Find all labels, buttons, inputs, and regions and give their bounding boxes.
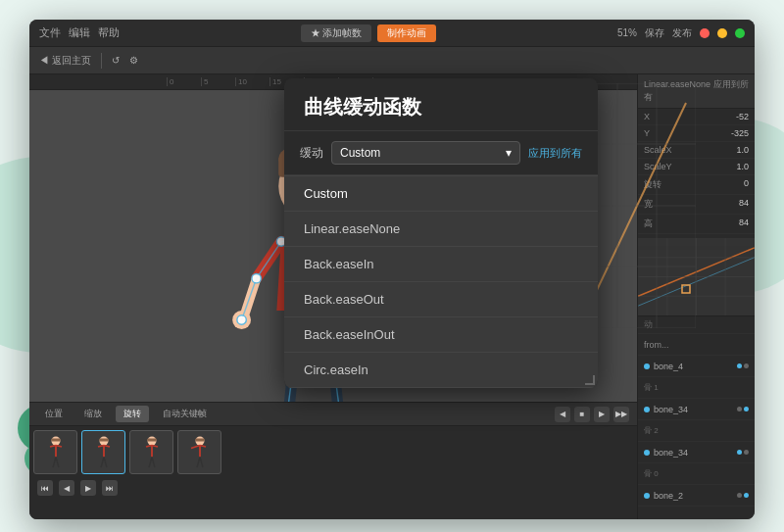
window-max[interactable] xyxy=(735,28,745,38)
thumbnail-4[interactable] xyxy=(177,430,221,474)
add-frame-button[interactable]: ★ 添加帧数 xyxy=(301,24,372,42)
prop-x-label: X xyxy=(644,112,650,121)
prop-y: Y -325 xyxy=(638,125,755,142)
svg-line-24 xyxy=(257,242,281,279)
ctrl-play[interactable]: ▶ xyxy=(594,407,610,422)
svg-line-50 xyxy=(53,457,56,467)
title-bar-right: 51% 保存 发布 xyxy=(617,26,745,40)
bone-2-dot xyxy=(644,493,650,499)
easing-dialog-title: 曲线缓动函数 xyxy=(284,78,598,131)
mini-graph xyxy=(638,238,755,315)
easing-option-linear[interactable]: Linear.easeNone xyxy=(284,212,598,247)
timeline-controls: ◀ ■ ▶ ▶▶ xyxy=(555,407,629,422)
prop-scalex-value[interactable]: 1.0 xyxy=(736,145,749,155)
easing-option-backeaseout[interactable]: Back.easeOut xyxy=(284,282,598,317)
prop-scaley-label: ScaleY xyxy=(644,162,672,171)
bone-34b-dots xyxy=(737,450,749,455)
bottom-timeline: 位置 缩放 旋转 自动关键帧 ◀ ■ ▶ ▶▶ xyxy=(29,402,637,519)
timeline-toolbar: 位置 缩放 旋转 自动关键帧 ◀ ■ ▶ ▶▶ xyxy=(29,403,637,426)
easing-option-circeasein[interactable]: Circ.easeIn xyxy=(284,353,598,388)
bone-34b-dot xyxy=(644,450,650,456)
bone-2-dots xyxy=(737,493,749,498)
easing-option-backeasein[interactable]: Back.easeIn xyxy=(284,247,598,282)
tab-position[interactable]: 位置 xyxy=(37,406,71,422)
track-bone-4[interactable]: bone_4 xyxy=(638,356,755,377)
prop-scalex-label: ScaleX xyxy=(644,145,672,155)
settings-icon[interactable]: ⚙ xyxy=(129,55,138,66)
ctrl-next[interactable]: ▶▶ xyxy=(613,407,629,422)
prop-height-value[interactable]: 84 xyxy=(739,218,749,230)
properties-header: Linear.easeNone 应用到所有 xyxy=(638,74,755,109)
bottom-ctrl-4[interactable]: ⏭ xyxy=(102,480,118,496)
prop-rotation-value[interactable]: 0 xyxy=(744,178,749,191)
bone-34b-label: bone_34 xyxy=(654,448,688,458)
right-panel: Linear.easeNone 应用到所有 X -52 Y -325 Scale… xyxy=(637,74,755,519)
bottom-ctrl-3[interactable]: ▶ xyxy=(80,480,96,496)
zoom-level: 51% xyxy=(617,27,637,38)
bottom-ctrl-1[interactable]: ⏮ xyxy=(37,480,53,496)
window-min[interactable] xyxy=(717,28,727,38)
prop-width-label: 宽 xyxy=(644,198,653,211)
thumbnail-3[interactable] xyxy=(129,430,173,474)
svg-line-49 xyxy=(56,445,62,447)
toolbar: ◀ 返回主页 ↺ ⚙ xyxy=(29,47,755,74)
ctrl-stop[interactable]: ■ xyxy=(574,407,590,422)
svg-line-65 xyxy=(152,457,155,467)
toolbar-divider xyxy=(101,53,102,69)
bottom-ctrl-2[interactable]: ◀ xyxy=(59,480,74,496)
title-bar: 文件 编辑 帮助 ★ 添加帧数 制作动画 51% 保存 发布 xyxy=(29,20,755,47)
prop-rotation: 旋转 0 xyxy=(638,175,755,195)
bone-4-dots xyxy=(737,363,749,368)
svg-rect-53 xyxy=(99,438,108,441)
prop-scaley-value[interactable]: 1.0 xyxy=(736,162,749,171)
track-label-1: 骨 1 xyxy=(638,377,755,399)
svg-line-48 xyxy=(50,445,56,447)
tab-auto[interactable]: 自动关键帧 xyxy=(155,406,215,422)
publish-btn[interactable]: 发布 xyxy=(672,26,692,40)
tab-scale[interactable]: 缩放 xyxy=(76,406,110,422)
ctrl-prev[interactable]: ◀ xyxy=(555,407,570,422)
svg-line-64 xyxy=(149,457,152,467)
svg-rect-67 xyxy=(195,438,204,441)
easing-option-backeaseinout[interactable]: Back.easeInOut xyxy=(284,317,598,353)
back-button[interactable]: ◀ 返回主页 xyxy=(39,54,91,68)
menu-file[interactable]: 文件 xyxy=(39,25,61,40)
track-label-3: 骨 0 xyxy=(638,463,755,485)
prop-y-value[interactable]: -325 xyxy=(731,128,749,138)
track-bone-2[interactable]: bone_2 xyxy=(638,485,755,507)
easing-dropdown: Custom Linear.easeNone Back.easeIn Back.… xyxy=(284,175,598,388)
bone-4-label: bone_4 xyxy=(654,362,683,371)
easing-label: 缓动 xyxy=(300,145,323,162)
title-bar-left: 文件 编辑 帮助 xyxy=(39,25,120,40)
easing-select[interactable]: Custom ▾ xyxy=(331,141,520,165)
thumbnail-1[interactable] xyxy=(33,430,77,474)
prop-y-label: Y xyxy=(644,128,650,138)
prop-x-value[interactable]: -52 xyxy=(736,112,749,121)
save-btn[interactable]: 保存 xyxy=(645,26,664,40)
easing-option-custom[interactable]: Custom xyxy=(284,176,598,212)
easing-dialog: 曲线缓动函数 缓动 Custom ▾ 应用到所有 Custom Linear.e… xyxy=(284,78,598,388)
apply-all-button[interactable]: 应用到所有 xyxy=(528,146,582,161)
track-from: from... xyxy=(638,334,755,356)
make-animation-button[interactable]: 制作动画 xyxy=(377,24,436,42)
prop-width: 宽 84 xyxy=(638,195,755,215)
svg-rect-60 xyxy=(147,438,156,441)
prop-width-value[interactable]: 84 xyxy=(739,198,749,211)
svg-line-55 xyxy=(98,445,104,447)
ruler-mark: 5 xyxy=(201,77,235,86)
menu-help[interactable]: 帮助 xyxy=(98,25,120,40)
tab-rotation[interactable]: 旋转 xyxy=(116,406,149,422)
window-close[interactable] xyxy=(700,28,710,38)
menu-edit[interactable]: 编辑 xyxy=(69,25,90,40)
track-bone-34a[interactable]: bone_34 xyxy=(638,399,755,420)
svg-line-51 xyxy=(56,457,59,467)
svg-line-72 xyxy=(200,457,203,467)
prop-rotation-label: 旋转 xyxy=(644,178,662,191)
thumbnail-2[interactable] xyxy=(81,430,125,474)
bone-4-dot xyxy=(644,363,650,369)
track-bone-34b[interactable]: bone_34 xyxy=(638,442,755,463)
refresh-icon[interactable]: ↺ xyxy=(112,55,120,66)
resize-handle[interactable] xyxy=(582,372,598,388)
svg-point-37 xyxy=(237,315,246,324)
svg-line-57 xyxy=(101,457,104,467)
